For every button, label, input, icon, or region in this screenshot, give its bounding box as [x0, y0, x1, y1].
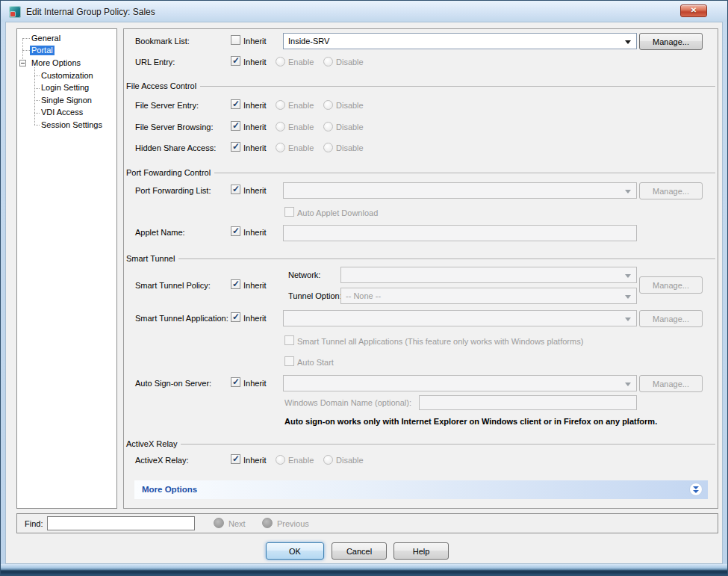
auto-signon-server-manage-button[interactable]: Manage...	[639, 375, 703, 392]
smart-tunnel-application-inherit-label: Inherit	[243, 314, 267, 323]
tree-item-portal[interactable]: Portal	[30, 46, 55, 55]
smart-tunnel-application-manage-button[interactable]: Manage...	[639, 310, 703, 327]
dropdown-arrow-icon	[625, 190, 631, 193]
auto-start-checkbox[interactable]	[284, 356, 294, 366]
tree-item-general[interactable]: General	[31, 34, 60, 43]
url-entry-enable-radio[interactable]	[276, 57, 285, 66]
tree-item-single-signon[interactable]: Single Signon	[41, 96, 92, 105]
hidden-share-access-label: Hidden Share Access:	[135, 143, 216, 152]
smart-tunnel-network-label: Network:	[288, 270, 320, 279]
url-entry-enable-label: Enable	[288, 58, 314, 66]
activex-relay-inherit-label: Inherit	[243, 456, 267, 465]
tree-line	[22, 38, 30, 39]
activex-relay-disable-label: Disable	[336, 456, 364, 465]
find-input[interactable]	[47, 516, 195, 530]
nav-tree: General Portal More Options Customizatio…	[16, 28, 117, 509]
port-forwarding-list-dropdown[interactable]	[283, 182, 637, 199]
smart-tunnel-application-dropdown[interactable]	[283, 310, 637, 326]
file-server-browsing-disable-radio[interactable]	[323, 122, 333, 131]
help-button[interactable]: Help	[393, 542, 449, 560]
auto-signon-server-label: Auto Sign-on Server:	[135, 379, 211, 388]
windows-domain-name-input[interactable]	[419, 395, 637, 410]
applet-name-inherit-checkbox[interactable]	[231, 226, 240, 236]
smart-tunnel-network-dropdown[interactable]	[340, 267, 637, 283]
file-server-browsing-enable-radio[interactable]	[276, 122, 285, 131]
tunnel-option-label: Tunnel Option:	[288, 291, 342, 300]
hidden-share-access-enable-radio[interactable]	[276, 143, 285, 152]
bookmark-list-dropdown[interactable]: Inside-SRV	[283, 33, 637, 49]
hidden-share-access-inherit-checkbox[interactable]	[231, 142, 240, 152]
find-next-icon[interactable]	[214, 518, 224, 528]
smart-tunnel-policy-inherit-label: Inherit	[243, 281, 267, 290]
more-options-bar[interactable]: More Options	[134, 480, 708, 499]
file-server-entry-disable-label: Disable	[336, 101, 364, 110]
file-server-browsing-label: File Server Browsing:	[135, 123, 214, 131]
section-smart-tunnel: Smart Tunnel	[126, 254, 715, 263]
tree-item-session-settings[interactable]: Session Settings	[41, 120, 102, 130]
close-button[interactable]: ✕	[680, 4, 707, 17]
expand-double-chevron-icon[interactable]	[689, 483, 703, 496]
file-server-entry-enable-radio[interactable]	[276, 100, 285, 110]
auto-applet-download-label: Auto Applet Download	[297, 208, 378, 217]
activex-relay-enable-radio[interactable]	[276, 455, 285, 465]
auto-signon-server-inherit-checkbox[interactable]	[231, 377, 240, 387]
smart-tunnel-application-label: Smart Tunnel Application:	[135, 314, 228, 323]
section-activex-relay: ActiveX Relay	[126, 439, 715, 448]
url-entry-inherit-label: Inherit	[243, 58, 267, 66]
tree-item-customization[interactable]: Customization	[41, 71, 93, 81]
port-forwarding-list-manage-button[interactable]: Manage...	[639, 182, 703, 199]
tree-item-more-options[interactable]: More Options	[31, 58, 81, 68]
section-file-access-control: File Access Control	[126, 81, 715, 90]
smart-tunnel-application-inherit-checkbox[interactable]	[231, 312, 240, 322]
find-bar: Find: Next Previous	[16, 513, 718, 533]
dropdown-arrow-icon	[625, 274, 631, 278]
applet-name-input[interactable]	[283, 225, 637, 241]
close-icon: ✕	[681, 6, 706, 14]
hidden-share-access-disable-label: Disable	[336, 143, 364, 152]
tree-line	[34, 75, 40, 76]
tree-line	[34, 113, 40, 114]
find-label: Find:	[25, 519, 43, 528]
bookmark-list-inherit-checkbox[interactable]	[231, 35, 240, 45]
find-previous-icon[interactable]	[262, 518, 273, 528]
smart-tunnel-policy-inherit-checkbox[interactable]	[231, 279, 240, 289]
bookmark-list-manage-button[interactable]: Manage...	[639, 33, 703, 50]
hidden-share-access-disable-radio[interactable]	[323, 143, 333, 152]
auto-signon-server-inherit-label: Inherit	[243, 379, 267, 388]
app-icon	[9, 6, 21, 18]
url-entry-inherit-checkbox[interactable]	[231, 56, 240, 66]
tree-item-login-setting[interactable]: Login Setting	[41, 83, 89, 93]
hidden-share-access-inherit-label: Inherit	[243, 143, 267, 152]
tree-line	[34, 88, 40, 89]
file-server-entry-inherit-checkbox[interactable]	[231, 99, 240, 109]
tree-item-vdi-access[interactable]: VDI Access	[41, 108, 83, 117]
port-forwarding-list-label: Port Forwarding List:	[135, 186, 211, 195]
port-forwarding-list-inherit-checkbox[interactable]	[231, 185, 240, 194]
tunnel-option-dropdown[interactable]: -- None --	[340, 288, 637, 304]
tree-expander-icon[interactable]	[19, 60, 26, 66]
applet-name-inherit-label: Inherit	[243, 228, 267, 237]
url-entry-disable-radio[interactable]	[323, 57, 333, 66]
smart-tunnel-policy-label: Smart Tunnel Policy:	[135, 281, 211, 290]
port-forwarding-list-inherit-label: Inherit	[243, 186, 267, 195]
window-frame-bottom	[1, 564, 727, 575]
ok-button[interactable]: OK	[266, 542, 324, 560]
smart-tunnel-all-applications-checkbox[interactable]	[284, 335, 294, 345]
auto-applet-download-checkbox[interactable]	[284, 207, 294, 217]
find-previous-label: Previous	[277, 519, 309, 528]
activex-relay-disable-radio[interactable]	[323, 455, 333, 465]
portal-form-panel: Bookmark List: Inherit Inside-SRV Manage…	[123, 28, 718, 509]
activex-relay-label: ActiveX Relay:	[135, 456, 189, 465]
auto-signon-server-dropdown[interactable]	[283, 375, 637, 391]
windows-domain-name-label: Windows Domain Name (optional):	[284, 398, 411, 407]
tree-line	[22, 50, 30, 51]
title-bar[interactable]: Edit Internal Group Policy: Sales ✕	[1, 1, 727, 22]
file-server-browsing-inherit-checkbox[interactable]	[231, 121, 240, 131]
smart-tunnel-policy-manage-button[interactable]: Manage...	[639, 276, 703, 294]
window-title: Edit Internal Group Policy: Sales	[26, 7, 155, 17]
dropdown-arrow-icon	[625, 40, 631, 44]
activex-relay-inherit-checkbox[interactable]	[231, 454, 240, 464]
cancel-button[interactable]: Cancel	[332, 542, 387, 560]
activex-relay-enable-label: Enable	[288, 456, 314, 465]
file-server-entry-disable-radio[interactable]	[323, 100, 333, 110]
